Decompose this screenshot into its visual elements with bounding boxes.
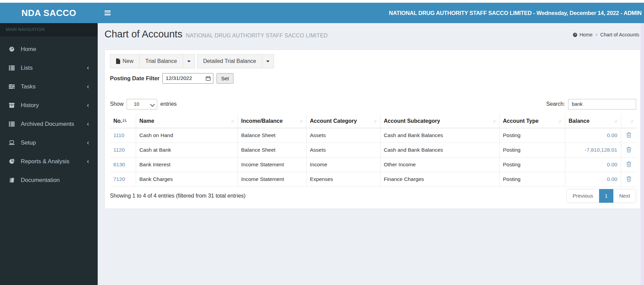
account-type-cell: Posting xyxy=(499,143,565,157)
sidebar-nav-list: HomeLists‹Tasks‹History‹Archived Documen… xyxy=(0,36,98,189)
delete-account-button[interactable] xyxy=(625,131,632,140)
chevron-left-icon: ‹ xyxy=(86,65,89,71)
sidebar-item-history[interactable]: History‹ xyxy=(0,96,98,115)
income-balance-cell: Balance Sheet xyxy=(238,128,306,143)
account-type-cell: Posting xyxy=(499,128,565,143)
sidebar: MAIN NAVIGATION HomeLists‹Tasks‹History‹… xyxy=(0,23,98,285)
top-navbar: NDA SACCO NATIONAL DRUG AUTHORITY STAFF … xyxy=(0,3,644,23)
detailed-trial-balance-dropdown-button[interactable] xyxy=(262,54,274,68)
column-label: No. xyxy=(113,118,122,124)
content-header: Chart of AccountsNATIONAL DRUG AUTHORITY… xyxy=(98,23,644,48)
search-input[interactable] xyxy=(568,99,636,110)
trash-icon xyxy=(626,132,632,138)
chevron-left-icon: ‹ xyxy=(86,121,89,127)
balance-link[interactable]: 0.00 xyxy=(607,176,617,182)
search-label: Search: xyxy=(546,101,565,107)
app-logo[interactable]: NDA SACCO xyxy=(0,3,98,23)
trash-icon xyxy=(626,147,632,153)
balance-link[interactable]: -7,810,128.01 xyxy=(585,147,617,153)
previous-page-button[interactable]: Previous xyxy=(567,189,599,203)
sidebar-item-lists[interactable]: Lists‹ xyxy=(0,58,98,77)
caret-down-icon xyxy=(266,61,270,62)
account-no-link[interactable]: 6130 xyxy=(113,162,125,167)
posting-date-input[interactable] xyxy=(166,75,206,81)
delete-cell xyxy=(621,157,637,172)
next-page-button[interactable]: Next xyxy=(613,189,636,203)
account-no-cell: 1120 xyxy=(110,143,136,157)
account-name-cell: Bank Charges xyxy=(136,172,238,187)
chart-of-accounts-table: No.Name↓↑Income/Balance↓↑Account Categor… xyxy=(110,114,637,187)
sort-icon: ↓↑ xyxy=(630,119,634,124)
caret-down-icon xyxy=(187,61,191,62)
chevron-left-icon: ‹ xyxy=(86,139,89,146)
show-label: Show xyxy=(110,101,124,107)
dashboard-icon xyxy=(9,47,16,52)
delete-account-button[interactable] xyxy=(625,146,632,154)
page-1-button[interactable]: 1 xyxy=(599,189,614,203)
pie-chart-icon xyxy=(9,159,16,164)
column-header-no[interactable]: No. xyxy=(110,114,136,128)
book-icon xyxy=(9,178,16,183)
table-controls-row: Show 10 entries Search: xyxy=(110,99,636,110)
account-category-cell: Assets xyxy=(306,143,380,157)
new-button[interactable]: New xyxy=(110,54,140,68)
page-length-select[interactable]: 10 xyxy=(127,99,157,110)
account-no-link[interactable]: 1110 xyxy=(113,132,124,138)
sidebar-item-label: Archived Documents xyxy=(21,121,74,128)
breadcrumb-home-link[interactable]: Home xyxy=(573,32,593,37)
column-header-account-subcategory[interactable]: Account Subcategory↓↑ xyxy=(380,114,499,128)
balance-link[interactable]: 0.00 xyxy=(607,132,617,138)
column-header-account-type[interactable]: Account Type↓↑ xyxy=(499,114,565,128)
account-no-link[interactable]: 1120 xyxy=(113,147,125,153)
column-header-income-balance[interactable]: Income/Balance↓↑ xyxy=(238,114,306,128)
sidebar-item-label: Lists xyxy=(21,65,33,71)
account-category-cell: Income xyxy=(306,157,380,172)
account-no-link[interactable]: 7120 xyxy=(113,176,125,182)
delete-cell xyxy=(621,128,637,143)
posting-date-input-wrap xyxy=(162,73,213,84)
trial-balance-dropdown-button[interactable] xyxy=(183,54,195,68)
column-header-account-category[interactable]: Account Category↓↑ xyxy=(306,114,380,128)
primary-button-group: New Trial Balance xyxy=(110,54,195,68)
laptop-icon xyxy=(9,140,16,146)
sort-icon: ↓↑ xyxy=(614,119,618,124)
trash-icon xyxy=(626,161,632,167)
delete-account-button[interactable] xyxy=(625,161,632,169)
column-header-name[interactable]: Name↓↑ xyxy=(136,114,238,128)
delete-account-button[interactable] xyxy=(625,175,632,184)
sidebar-toggle-icon[interactable] xyxy=(98,3,113,23)
delete-cell xyxy=(621,143,637,157)
balance-cell: 0.00 xyxy=(565,157,621,172)
th-list-icon xyxy=(9,121,16,127)
sidebar-item-setup[interactable]: Setup‹ xyxy=(0,133,98,152)
balance-link[interactable]: 0.00 xyxy=(607,162,617,167)
sidebar-item-reports-analysis[interactable]: Reports & Analysis‹ xyxy=(0,152,98,171)
detailed-trial-balance-button[interactable]: Detailed Trial Balance xyxy=(197,54,262,68)
breadcrumb-separator: > xyxy=(595,32,598,37)
sidebar-item-home[interactable]: Home xyxy=(0,40,98,58)
browser-scrollbar[interactable] xyxy=(641,23,644,285)
set-date-button[interactable]: Set xyxy=(216,73,234,84)
table-footer-row: Showing 1 to 4 of 4 entries (filtered fr… xyxy=(110,188,636,204)
balance-cell: 0.00 xyxy=(565,172,621,187)
income-balance-cell: Income Statement xyxy=(238,172,306,187)
sort-icon: ↓↑ xyxy=(558,119,562,124)
page-length-select-wrap: 10 xyxy=(127,99,157,110)
column-label: Balance xyxy=(569,118,590,124)
secondary-button-group: Detailed Trial Balance xyxy=(197,54,274,68)
page-subtitle: NATIONAL DRUG AUTHORITY STAFF SACCO LIMI… xyxy=(186,33,328,38)
column-header-balance[interactable]: Balance↓↑ xyxy=(565,114,621,128)
account-type-cell: Posting xyxy=(499,172,565,187)
sidebar-item-label: Reports & Analysis xyxy=(21,158,69,165)
calendar-icon[interactable] xyxy=(206,76,211,81)
trial-balance-button[interactable]: Trial Balance xyxy=(139,54,183,68)
sidebar-item-label: Setup xyxy=(21,139,36,146)
sidebar-item-tasks[interactable]: Tasks‹ xyxy=(0,77,98,96)
account-name-cell: Bank Interest xyxy=(136,157,238,172)
account-type-cell: Posting xyxy=(499,157,565,172)
top-white-strip xyxy=(0,0,644,3)
sidebar-item-documentation[interactable]: Documentation xyxy=(0,171,98,189)
sidebar-item-archived-documents[interactable]: Archived Documents‹ xyxy=(0,115,98,133)
column-header-actions[interactable]: ↓↑ xyxy=(621,114,637,128)
chart-of-accounts-card: New Trial Balance Detailed Trial Balance… xyxy=(104,50,641,209)
